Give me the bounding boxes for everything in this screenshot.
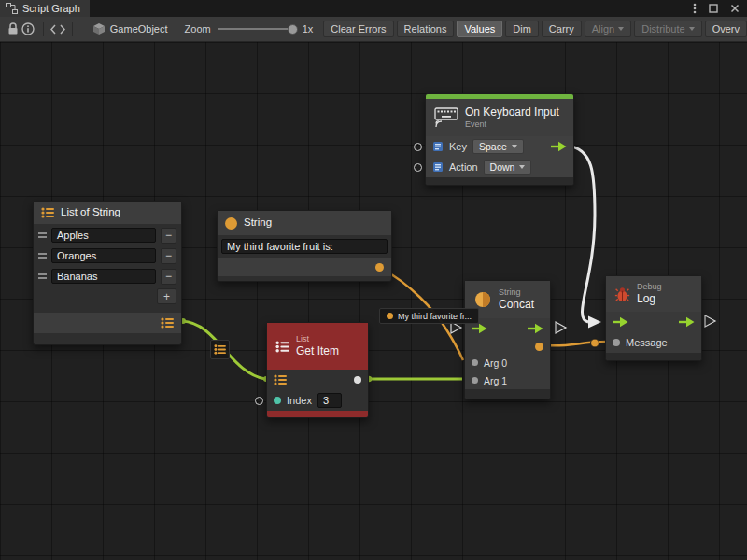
node-header: Debug Log <box>606 276 701 312</box>
drag-handle-icon[interactable] <box>38 253 47 259</box>
titlebar: Script Graph <box>0 0 747 17</box>
drag-handle-icon[interactable] <box>38 273 47 279</box>
clear-errors-button[interactable]: Clear Errors <box>323 21 393 37</box>
node-subtitle: Event <box>465 119 559 130</box>
remove-item-button[interactable]: − <box>161 248 176 264</box>
node-concat[interactable]: String Concat Arg 0 <box>464 280 551 399</box>
node-log[interactable]: Debug Log Message <box>605 275 702 361</box>
list-item-row: Oranges − <box>34 246 181 265</box>
align-button[interactable]: Align <box>585 21 631 37</box>
wire-value-preview-badge: My third favorite fr... <box>379 308 479 324</box>
action-dropdown-value: Down <box>490 161 515 173</box>
string-output-port[interactable] <box>375 263 384 272</box>
node-header: On Keyboard Input Event <box>426 99 573 136</box>
index-value-field[interactable]: 3 <box>317 393 342 408</box>
window-title: Script Graph <box>22 3 80 14</box>
key-dropdown[interactable]: Space <box>472 139 524 154</box>
add-item-button[interactable]: + <box>157 288 176 304</box>
keyboard-icon <box>434 107 458 128</box>
string-value-field[interactable]: My third favorite fruit is: <box>221 239 388 254</box>
string-circle-icon <box>387 313 393 319</box>
wire-list-type-badge <box>210 340 230 359</box>
key-label: Key <box>449 141 467 152</box>
list-input-port-icon[interactable] <box>274 374 287 385</box>
node-footer <box>218 276 391 281</box>
list-item-field[interactable]: Apples <box>51 228 156 243</box>
lock-button[interactable] <box>6 20 21 38</box>
graph-canvas[interactable]: On Keyboard Input Event Key Space <box>0 42 747 560</box>
carry-button[interactable]: Carry <box>542 21 582 37</box>
lock-icon <box>7 22 19 35</box>
list-icon <box>275 341 289 353</box>
menu-dots-icon[interactable] <box>693 3 697 14</box>
node-footer <box>465 389 550 399</box>
flow-output-arrow-icon[interactable] <box>679 316 695 328</box>
remove-item-button[interactable]: − <box>161 228 176 244</box>
node-on-keyboard-input[interactable]: On Keyboard Input Event Key Space <box>425 93 574 186</box>
toolbar-separator <box>43 22 44 36</box>
arg0-label: Arg 0 <box>484 357 507 369</box>
list-icon <box>214 344 226 355</box>
target-label: GameObject <box>110 23 168 35</box>
action-label: Action <box>449 161 478 173</box>
item-output-port[interactable] <box>354 376 361 384</box>
relations-button[interactable]: Relations <box>397 21 455 37</box>
arg1-label: Arg 1 <box>484 375 507 386</box>
graph-icon <box>6 3 18 14</box>
list-item-row: Apples − <box>34 226 181 245</box>
dim-button[interactable]: Dim <box>505 21 539 37</box>
action-input-port[interactable] <box>414 163 422 172</box>
index-input-port[interactable] <box>255 397 263 405</box>
values-button[interactable]: Values <box>457 21 502 37</box>
graph-toolbar: GameObject Zoom 1x Clear Errors Relation… <box>0 17 747 42</box>
result-output-port[interactable] <box>535 343 543 351</box>
wire-value-preview-text: My third favorite fr... <box>398 312 472 321</box>
zoom-slider[interactable] <box>218 28 296 30</box>
list-item-field[interactable]: Bananas <box>51 269 156 284</box>
toolbar-separator <box>72 22 73 36</box>
bug-icon <box>614 287 630 302</box>
tab-script-graph[interactable]: Script Graph <box>0 0 90 17</box>
node-header: List of String <box>34 202 181 224</box>
distribute-button-label: Distribute <box>641 23 684 35</box>
list-item-field[interactable]: Oranges <box>51 248 156 263</box>
flow-input-arrow-icon[interactable] <box>472 323 487 334</box>
node-footer <box>426 177 573 185</box>
maximize-icon[interactable] <box>709 4 718 13</box>
flow-output-arrow-icon[interactable] <box>528 323 543 334</box>
flow-output-arrow-icon[interactable] <box>551 141 567 152</box>
node-title: String <box>244 217 272 230</box>
target-gameobject[interactable]: GameObject <box>92 22 168 35</box>
close-icon[interactable] <box>730 4 740 13</box>
message-label: Message <box>626 337 668 348</box>
wire-concat-to-log-message[interactable] <box>546 342 607 345</box>
node-title: Concat <box>499 298 534 311</box>
node-string-literal[interactable]: String My third favorite fruit is: <box>217 210 392 282</box>
key-input-port[interactable] <box>414 143 422 151</box>
remove-item-button[interactable]: − <box>161 269 176 285</box>
action-dropdown[interactable]: Down <box>484 160 532 175</box>
arg1-port-dot[interactable] <box>472 377 478 384</box>
node-list-of-string[interactable]: List of String Apples − Oranges − Banana… <box>33 201 182 345</box>
drag-handle-icon[interactable] <box>38 232 47 238</box>
zoom-slider-handle[interactable] <box>288 24 298 35</box>
node-title: On Keyboard Input <box>465 105 559 119</box>
info-button[interactable] <box>21 20 35 38</box>
distribute-button[interactable]: Distribute <box>634 21 701 37</box>
list-items: Apples − Oranges − Bananas − + <box>34 226 181 305</box>
node-footer <box>606 353 701 360</box>
node-body: My third favorite fruit is: <box>218 235 391 258</box>
flow-input-arrow-icon[interactable] <box>613 316 628 328</box>
node-category: List <box>296 334 339 344</box>
code-preview-button[interactable] <box>50 20 65 38</box>
node-header: String <box>218 211 391 235</box>
list-output-port-icon[interactable] <box>161 317 174 329</box>
message-port-dot[interactable] <box>613 339 620 346</box>
arg0-port-dot[interactable] <box>472 359 478 366</box>
index-port-dot[interactable] <box>274 397 281 404</box>
string-output-row <box>218 258 391 276</box>
node-footer <box>34 333 181 344</box>
chevron-down-icon <box>512 145 517 148</box>
overview-button[interactable]: Overv <box>705 21 747 37</box>
node-get-item[interactable]: List Get Item Index 3 <box>266 322 369 418</box>
